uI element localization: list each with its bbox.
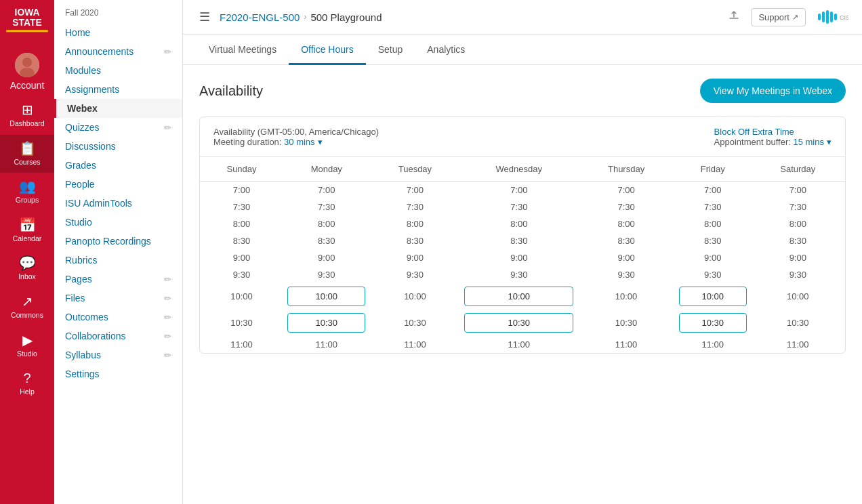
time-slot[interactable]: 10:30 — [401, 314, 429, 332]
courses-nav-item[interactable]: 📋 Courses — [0, 135, 54, 173]
sidebar-item-announcements[interactable]: Announcements ✏ — [54, 42, 182, 61]
time-slot[interactable]: 11:00 — [699, 335, 727, 353]
tab-setup[interactable]: Setup — [366, 35, 415, 65]
sidebar-item-collaborations[interactable]: Collaborations ✏ — [54, 327, 182, 345]
time-slot[interactable]: 8:30 — [787, 232, 809, 250]
time-slot[interactable]: 8:00 — [230, 215, 253, 233]
buffer-select[interactable]: 15 mins ▾ — [793, 137, 832, 147]
export-button[interactable] — [724, 7, 744, 27]
time-slot[interactable]: 7:30 — [230, 198, 253, 216]
sidebar-item-grades[interactable]: Grades — [54, 156, 182, 175]
time-slot[interactable]: 9:30 — [404, 266, 426, 284]
time-slot[interactable]: 11:00 — [784, 335, 812, 353]
dashboard-nav-item[interactable]: ⊞ Dashboard — [0, 96, 54, 135]
time-slot[interactable]: 9:00 — [615, 249, 637, 267]
tab-virtual-meetings[interactable]: Virtual Meetings — [197, 35, 289, 65]
time-slot[interactable]: 9:00 — [787, 249, 809, 267]
time-slot[interactable]: 10:30 — [228, 314, 255, 332]
sidebar-item-people[interactable]: People — [54, 175, 182, 194]
time-slot[interactable]: 8:30 — [615, 232, 637, 250]
time-slot[interactable]: 11:00 — [506, 335, 533, 353]
sidebar-item-assignments[interactable]: Assignments — [54, 80, 182, 99]
time-slot[interactable]: 7:30 — [508, 198, 530, 216]
time-slot[interactable]: 7:00 — [508, 181, 530, 199]
time-slot-selected[interactable]: 10:30 — [464, 313, 573, 333]
time-slot[interactable]: 9:30 — [701, 266, 724, 284]
time-slot[interactable]: 9:30 — [230, 266, 253, 284]
time-slot[interactable]: 10:30 — [784, 314, 812, 332]
time-slot-selected[interactable]: 10:30 — [679, 313, 747, 333]
time-slot[interactable]: 7:30 — [787, 198, 809, 216]
time-slot[interactable]: 7:00 — [701, 181, 724, 199]
time-slot[interactable]: 7:30 — [701, 198, 724, 216]
time-slot[interactable]: 9:00 — [404, 249, 426, 267]
sidebar-item-files[interactable]: Files ✏ — [54, 289, 182, 308]
sidebar-item-panopto[interactable]: Panopto Recordings — [54, 232, 182, 251]
sidebar-item-home[interactable]: Home — [54, 23, 182, 42]
inbox-nav-item[interactable]: 💬 Inbox — [0, 249, 54, 288]
time-slot[interactable]: 10:00 — [613, 287, 640, 306]
groups-nav-item[interactable]: 👥 Groups — [0, 173, 54, 211]
time-slot[interactable]: 9:30 — [508, 266, 530, 284]
sidebar-item-modules[interactable]: Modules — [54, 61, 182, 80]
time-slot-selected[interactable]: 10:00 — [679, 287, 747, 306]
time-slot[interactable]: 7:00 — [315, 181, 337, 199]
time-slot[interactable]: 8:00 — [787, 215, 809, 233]
hamburger-button[interactable]: ☰ — [197, 7, 213, 27]
time-slot[interactable]: 11:00 — [401, 335, 429, 353]
time-slot[interactable]: 8:30 — [230, 232, 253, 250]
time-slot[interactable]: 9:00 — [230, 249, 253, 267]
time-slot[interactable]: 8:30 — [701, 232, 724, 250]
time-slot[interactable]: 8:00 — [701, 215, 724, 233]
sidebar-item-quizzes[interactable]: Quizzes ✏ — [54, 118, 182, 137]
time-slot[interactable]: 7:00 — [230, 181, 253, 199]
support-button[interactable]: Support ↗ — [751, 8, 806, 26]
time-slot[interactable]: 8:00 — [315, 215, 337, 233]
time-slot[interactable]: 7:30 — [615, 198, 637, 216]
breadcrumb-course[interactable]: F2020-ENGL-500 — [220, 12, 300, 23]
time-slot[interactable]: 7:30 — [404, 198, 426, 216]
time-slot-selected[interactable]: 10:30 — [287, 313, 365, 333]
iowa-state-logo[interactable]: IOWA STATE — [0, 0, 54, 47]
time-slot[interactable]: 8:30 — [315, 232, 337, 250]
time-slot[interactable]: 9:00 — [508, 249, 530, 267]
time-slot[interactable]: 11:00 — [613, 335, 640, 353]
time-slot[interactable]: 10:00 — [784, 287, 812, 306]
time-slot-selected[interactable]: 10:00 — [287, 287, 365, 306]
sidebar-item-outcomes[interactable]: Outcomes ✏ — [54, 308, 182, 327]
time-slot[interactable]: 8:30 — [404, 232, 426, 250]
tab-office-hours[interactable]: Office Hours — [289, 35, 366, 65]
studio-nav-item[interactable]: ▶ Studio — [0, 327, 54, 365]
sidebar-item-webex[interactable]: Webex — [54, 99, 182, 118]
time-slot[interactable]: 9:30 — [615, 266, 637, 284]
time-slot[interactable]: 8:00 — [615, 215, 637, 233]
time-slot[interactable]: 8:30 — [508, 232, 530, 250]
sidebar-item-discussions[interactable]: Discussions — [54, 137, 182, 156]
help-nav-item[interactable]: ? Help — [0, 364, 54, 403]
time-slot[interactable]: 11:00 — [312, 335, 340, 353]
time-slot[interactable]: 9:30 — [315, 266, 337, 284]
sidebar-item-syllabus[interactable]: Syllabus ✏ — [54, 345, 182, 364]
time-slot-selected[interactable]: 10:00 — [464, 287, 573, 306]
time-slot[interactable]: 8:00 — [508, 215, 530, 233]
duration-select[interactable]: 30 mins ▾ — [284, 137, 323, 147]
time-slot[interactable]: 7:00 — [787, 181, 809, 199]
sidebar-item-rubrics[interactable]: Rubrics — [54, 251, 182, 270]
time-slot[interactable]: 9:30 — [787, 266, 809, 284]
sidebar-item-isu-admintools[interactable]: ISU AdminTools — [54, 194, 182, 213]
sidebar-item-studio[interactable]: Studio — [54, 213, 182, 232]
account-nav-item[interactable]: Account — [0, 47, 54, 96]
sidebar-item-settings[interactable]: Settings — [54, 364, 182, 383]
time-slot[interactable]: 9:00 — [315, 249, 337, 267]
time-slot[interactable]: 7:00 — [404, 181, 426, 199]
tab-analytics[interactable]: Analytics — [415, 35, 477, 65]
sidebar-item-pages[interactable]: Pages ✏ — [54, 270, 182, 289]
time-slot[interactable]: 10:30 — [613, 314, 640, 332]
time-slot[interactable]: 11:00 — [228, 335, 255, 353]
calendar-nav-item[interactable]: 📅 Calendar — [0, 211, 54, 250]
commons-nav-item[interactable]: ↗ Commons — [0, 288, 54, 327]
view-meetings-button[interactable]: View My Meetings in Webex — [700, 79, 846, 103]
time-slot[interactable]: 8:00 — [404, 215, 426, 233]
time-slot[interactable]: 10:00 — [401, 287, 429, 306]
time-slot[interactable]: 10:00 — [228, 287, 255, 306]
